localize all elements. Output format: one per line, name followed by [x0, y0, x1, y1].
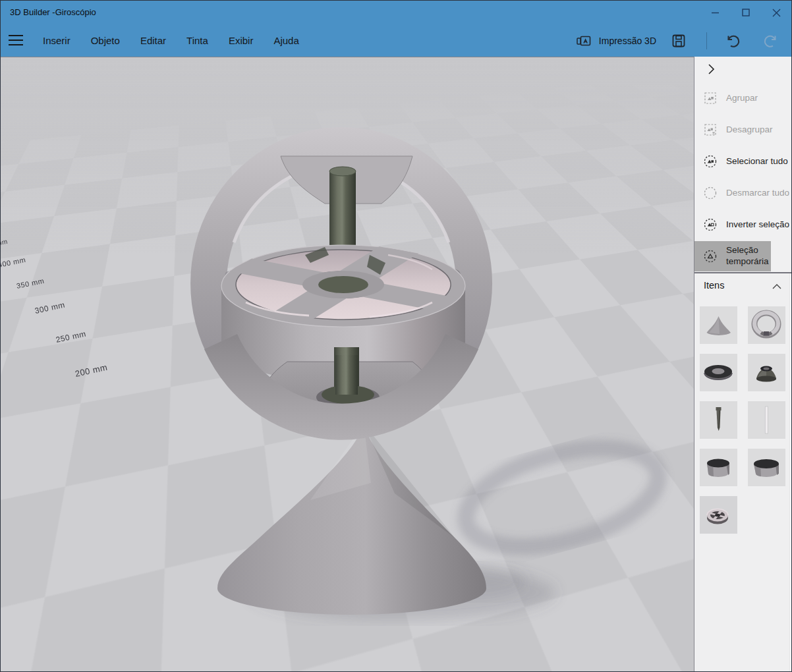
- item-thumbnail-pin[interactable]: [700, 401, 737, 439]
- action-label: Desagrupar: [726, 125, 773, 136]
- cylinder-thumb-icon: [700, 449, 737, 486]
- rotor-wheel-thumb-icon: [700, 496, 737, 534]
- print-3d-icon: [576, 34, 593, 48]
- hamburger-menu-button[interactable]: [9, 34, 24, 47]
- toolbar-divider: [706, 32, 707, 49]
- undo-button[interactable]: [723, 32, 740, 49]
- item-thumbnail-thin-rod[interactable]: [748, 401, 785, 439]
- item-thumbnail-cone[interactable]: [700, 306, 737, 344]
- close-icon: [772, 9, 781, 17]
- minimize-icon: [712, 9, 720, 16]
- action-label: Inverter seleção: [726, 219, 789, 231]
- action-label: Desmarcar tudo: [726, 188, 789, 199]
- collapse-items-button[interactable]: [771, 281, 783, 289]
- toolbar-right: Impressão 3D: [576, 24, 791, 57]
- items-header: Itens: [704, 280, 724, 291]
- 3d-builder-window: 3D Builder -Giroscópio Inserir Objeto Ed…: [0, 0, 792, 672]
- action-selecao-temporaria[interactable]: Seleção temporária: [694, 241, 771, 271]
- deselect-all-icon: [703, 186, 718, 200]
- close-button[interactable]: [761, 1, 791, 24]
- menu-ajuda[interactable]: Ajuda: [273, 35, 298, 46]
- menu-items: Inserir Objeto Editar Tinta Exibir Ajuda: [43, 24, 299, 57]
- chevron-up-icon: [771, 283, 783, 291]
- action-label: Agrupar: [726, 93, 758, 104]
- menu-inserir[interactable]: Inserir: [43, 35, 71, 46]
- cone-base: [217, 424, 486, 615]
- save-icon: [671, 33, 687, 49]
- action-agrupar[interactable]: Agrupar: [694, 83, 792, 113]
- window-controls: [700, 1, 791, 24]
- ungroup-icon: [703, 123, 718, 137]
- save-button[interactable]: [671, 33, 687, 49]
- undo-icon: [723, 32, 740, 49]
- item-thumbnail-cylinder-wide[interactable]: [748, 449, 785, 486]
- menubar: Inserir Objeto Editar Tinta Exibir Ajuda…: [1, 24, 791, 57]
- invert-selection-icon: [703, 217, 718, 232]
- titlebar: 3D Builder -Giroscópio: [1, 1, 791, 24]
- maximize-button[interactable]: [731, 1, 761, 24]
- selection-sidebar: Agrupar Desagrupar Selecionar tudo Desma…: [694, 57, 792, 672]
- item-thumbnail-ring[interactable]: [748, 306, 785, 344]
- chevron-right-icon: [704, 62, 718, 76]
- minimize-button[interactable]: [700, 1, 731, 24]
- washer-thumb-icon: [700, 354, 737, 391]
- print-3d-button[interactable]: Impressão 3D: [576, 34, 656, 48]
- items-section: Itens: [694, 272, 792, 672]
- menu-exibir[interactable]: Exibir: [229, 35, 254, 46]
- cone-thumb-icon: [700, 306, 737, 344]
- pin-thumb-icon: [700, 401, 737, 439]
- action-desmarcar-tudo[interactable]: Desmarcar tudo: [694, 178, 792, 208]
- redo-icon: [764, 32, 781, 49]
- hamburger-icon: [9, 35, 23, 36]
- redo-button[interactable]: [764, 32, 781, 49]
- menu-editar[interactable]: Editar: [140, 35, 166, 46]
- select-all-icon: [703, 154, 718, 169]
- viewport-canvas[interactable]: 500 mm450 mm400 mm350 mm300 mm250 mm200 …: [1, 57, 694, 672]
- group-icon: [703, 91, 718, 105]
- item-thumbnail-rotor-wheel[interactable]: [700, 496, 737, 534]
- menu-tinta[interactable]: Tinta: [186, 35, 208, 46]
- item-thumbnail-cylinder[interactable]: [700, 449, 737, 486]
- window-title: 3D Builder -Giroscópio: [10, 7, 96, 17]
- action-label: Selecionar tudo: [726, 156, 788, 167]
- action-label: Seleção temporária: [726, 245, 771, 267]
- sidebar-scrollbar[interactable]: [789, 273, 792, 672]
- action-inverter-selecao[interactable]: Inverter seleção: [694, 210, 792, 240]
- item-thumbnail-cone-washer[interactable]: [748, 354, 785, 391]
- action-selecionar-tudo[interactable]: Selecionar tudo: [694, 146, 792, 177]
- cone-washer-thumb-icon: [748, 354, 785, 391]
- thin-rod-thumb-icon: [748, 401, 785, 439]
- collapse-panel-button[interactable]: [704, 62, 718, 76]
- print-3d-label: Impressão 3D: [599, 36, 656, 46]
- menu-objeto[interactable]: Objeto: [91, 35, 120, 46]
- cylinder-wide-thumb-icon: [748, 449, 785, 486]
- gyroscope-model[interactable]: [1, 57, 694, 672]
- action-desagrupar[interactable]: Desagrupar: [694, 115, 792, 145]
- maximize-icon: [742, 9, 750, 16]
- ring-thumb-icon: [748, 306, 785, 344]
- temporary-selection-icon: [703, 249, 718, 264]
- item-thumbnail-washer[interactable]: [700, 354, 737, 391]
